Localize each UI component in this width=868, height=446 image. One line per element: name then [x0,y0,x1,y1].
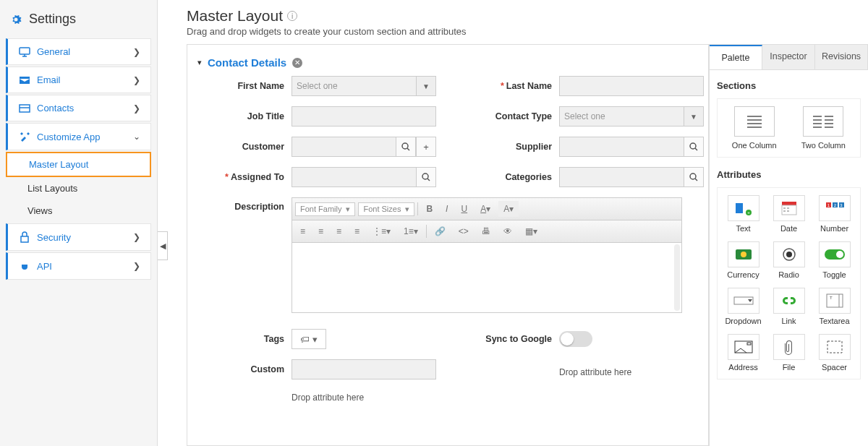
align-left-icon[interactable]: ≡ [295,223,310,239]
print-icon[interactable]: 🖶 [477,223,495,239]
field-assigned-to[interactable] [292,167,436,187]
field-last-name[interactable] [559,76,704,96]
rte-font-sizes[interactable]: Font Sizes▾ [358,202,414,216]
search-icon[interactable] [684,167,704,187]
dropdown-arrow-icon[interactable]: ▼ [684,106,704,126]
field-first-name[interactable]: Select one ▼ [292,76,436,96]
sidebar-item-security[interactable]: Security ❯ [6,223,151,251]
page-subtitle: Drag and drop widgets to create your cus… [187,26,868,37]
attr-number[interactable]: 123Number [816,195,853,233]
spacer-icon [819,334,851,360]
section-one-column[interactable]: One Column [725,106,784,150]
tab-inspector[interactable]: Inspector [762,45,815,69]
field-sync-toggle[interactable] [559,331,592,347]
palette-tabs: Palette Inspector Revisions [710,45,868,70]
one-column-icon [734,106,775,137]
text-icon: + [728,195,760,221]
svg-rect-45 [747,343,751,345]
svg-rect-1 [20,105,30,112]
settings-sidebar: Settings General ❯ Email ❯ Contacts ❯ Cu… [0,0,158,446]
link-icon[interactable]: 🔗 [430,223,451,239]
sidebar-sub-list-layouts[interactable]: List Layouts [6,177,151,200]
attr-file[interactable]: File [770,334,807,372]
info-icon[interactable]: i [287,11,297,21]
field-supplier[interactable] [559,137,704,157]
search-icon[interactable] [684,137,704,157]
link-icon [773,288,805,314]
sidebar-collapse-handle[interactable]: ◀ [158,231,168,260]
chevron-right-icon: ❯ [133,47,140,57]
label-first-name: First Name [205,81,284,91]
section-two-column[interactable]: Two Column [794,106,854,150]
bold-icon[interactable]: B [421,201,438,217]
svg-text:T: T [830,296,833,300]
label-customer: Customer [205,142,284,152]
sidebar-item-api[interactable]: API ❯ [6,252,151,280]
label-contact-type: Contact Type [472,111,552,121]
attr-address[interactable]: Address [725,334,762,372]
number-list-icon[interactable]: 1≡▾ [399,223,423,239]
attr-toggle[interactable]: Toggle [816,241,853,279]
label-categories: Categories [472,172,552,182]
italic-icon[interactable]: I [441,201,453,217]
address-icon [728,334,760,360]
dropdown-icon [728,288,760,314]
rte-editor-area[interactable] [292,243,681,312]
align-right-icon[interactable]: ≡ [331,223,346,239]
field-customer[interactable]: + [292,137,436,157]
attr-date[interactable]: Date [770,195,807,233]
align-center-icon[interactable]: ≡ [313,223,328,239]
drop-zone[interactable]: Drop attribute here [559,367,704,377]
dropdown-arrow-icon[interactable]: ▼ [416,76,436,96]
preview-icon[interactable]: 👁 [498,223,517,239]
svg-rect-2 [21,236,28,242]
lock-icon [18,231,31,243]
rte-toolbar: Font Family▾ Font Sizes▾ B I U A▾ A▾ [292,198,681,220]
sidebar-sub-master-layout[interactable]: Master Layout [6,152,151,177]
sidebar-item-email[interactable]: Email ❯ [6,67,151,93]
field-categories[interactable] [559,167,704,187]
layout-canvas[interactable]: ▾ Contact Details ✕ First Name Select on… [187,44,709,446]
tab-palette[interactable]: Palette [710,45,762,69]
sidebar-sub-views[interactable]: Views [6,200,151,222]
inbox-icon [18,76,31,85]
rte-font-family[interactable]: Font Family▾ [295,202,355,216]
svg-point-35 [741,252,746,257]
underline-icon[interactable]: U [456,201,472,217]
attr-text[interactable]: +Text [725,195,762,233]
text-color-icon[interactable]: A▾ [475,201,495,217]
textarea-icon: T [819,288,851,314]
plus-icon[interactable]: + [416,137,436,157]
field-custom[interactable] [292,359,436,379]
attr-dropdown[interactable]: Dropdown [725,288,762,325]
field-contact-type[interactable]: Select one ▼ [559,106,704,126]
tab-revisions[interactable]: Revisions [815,45,868,69]
table-icon[interactable]: ▦▾ [520,223,542,239]
attr-radio[interactable]: Radio [770,241,807,279]
align-justify-icon[interactable]: ≡ [349,223,365,239]
drop-zone[interactable]: Drop attribute here [284,393,698,403]
close-icon[interactable]: ✕ [292,58,302,68]
attr-link[interactable]: Link [770,288,807,325]
code-icon[interactable]: <> [454,223,474,239]
section-header[interactable]: ▾ Contact Details ✕ [197,55,698,76]
attr-currency[interactable]: Currency [725,241,762,279]
search-icon[interactable] [396,137,416,157]
svg-rect-19 [736,203,743,213]
svg-rect-0 [20,48,30,54]
search-icon[interactable] [416,167,436,187]
attributes-heading: Attributes [717,169,861,180]
highlight-icon[interactable]: A▾ [498,201,519,217]
sidebar-item-contacts[interactable]: Contacts ❯ [6,95,151,121]
field-description[interactable]: Font Family▾ Font Sizes▾ B I U A▾ A▾ ≡ ≡ [292,197,682,313]
sidebar-item-general[interactable]: General ❯ [6,38,151,65]
bullet-list-icon[interactable]: ⋮≡▾ [367,223,396,239]
field-tags[interactable]: 🏷▾ [292,329,326,349]
section-title: Contact Details [208,56,286,69]
field-job-title[interactable] [292,106,436,126]
attr-textarea[interactable]: TTextarea [816,288,853,325]
svg-rect-27 [787,210,789,212]
sidebar-item-customize-app[interactable]: Customize App ⌄ [6,123,151,150]
chevron-down-icon: ▾ [197,58,202,67]
attr-spacer[interactable]: Spacer [816,334,853,372]
